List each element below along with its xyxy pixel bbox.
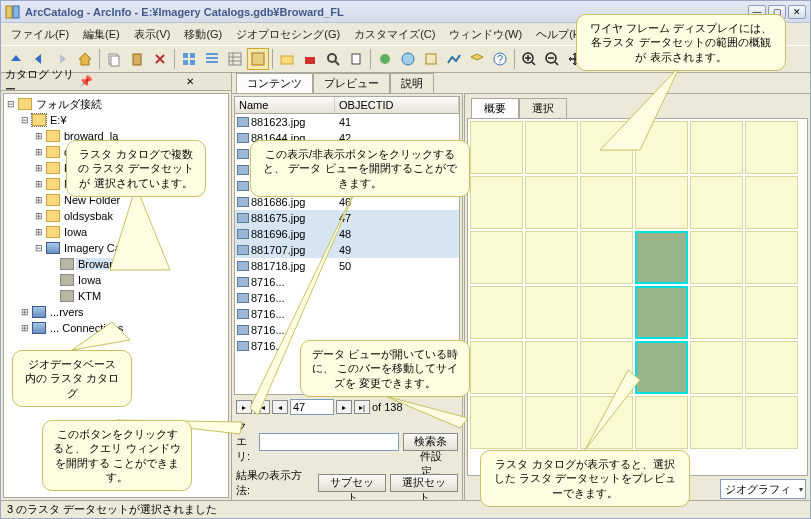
- table-row[interactable]: 881718.jpg50: [235, 258, 459, 274]
- raster-icon: [237, 197, 249, 207]
- tree-node[interactable]: フォルダ接続: [34, 97, 104, 112]
- svg-rect-7: [183, 60, 188, 65]
- pin-icon[interactable]: 📌: [79, 75, 153, 88]
- subtab-select[interactable]: 選択: [519, 98, 567, 118]
- wireframe-tile: [635, 341, 688, 394]
- scene-icon[interactable]: [443, 48, 465, 70]
- col-objectid[interactable]: OBJECTID: [335, 97, 459, 113]
- record-count: of 138: [372, 401, 403, 413]
- copy-icon[interactable]: [103, 48, 125, 70]
- tree-node[interactable]: Iowa: [62, 226, 89, 238]
- preview-column: 概要 選択 ジオグラフィ: [465, 93, 810, 500]
- list-icon[interactable]: [201, 48, 223, 70]
- tree-node[interactable]: ...rvers: [48, 306, 86, 318]
- wireframe-tile: [580, 341, 633, 394]
- model-icon[interactable]: [374, 48, 396, 70]
- svg-point-16: [402, 53, 414, 65]
- record-nav: ▸ |◂ ◂ ▸ ▸| of 138: [232, 397, 462, 417]
- paste-icon[interactable]: [126, 48, 148, 70]
- content-tabs: コンテンツ プレビュー 説明: [232, 73, 810, 93]
- first-record-icon[interactable]: |◂: [254, 400, 270, 414]
- toggle-view-icon[interactable]: ▸: [236, 400, 252, 414]
- wireframe-tile: [470, 286, 523, 339]
- selectset-button[interactable]: 選択セット: [390, 474, 458, 492]
- last-record-icon[interactable]: ▸|: [354, 400, 370, 414]
- wireframe-tile: [745, 286, 798, 339]
- table-row[interactable]: 8716...: [235, 322, 459, 338]
- menu-window[interactable]: ウィンドウ(W): [443, 25, 528, 44]
- svg-rect-10: [252, 53, 264, 65]
- next-record-icon[interactable]: ▸: [336, 400, 352, 414]
- table-row[interactable]: 8716...: [235, 290, 459, 306]
- wireframe-tile: [690, 396, 743, 449]
- raster-icon: [237, 261, 249, 271]
- delete-icon[interactable]: [149, 48, 171, 70]
- search-settings-button[interactable]: 検索条件設定...: [403, 433, 458, 451]
- wireframe-tile: [470, 341, 523, 394]
- svg-rect-14: [352, 54, 360, 64]
- table-row[interactable]: 881696.jpg48: [235, 226, 459, 242]
- subset-button[interactable]: サブセット: [318, 474, 386, 492]
- close-button[interactable]: ✕: [788, 5, 806, 19]
- layer-icon[interactable]: [466, 48, 488, 70]
- zoom-in-icon[interactable]: [518, 48, 540, 70]
- tree-node[interactable]: oldsysbak: [62, 210, 115, 222]
- svg-rect-3: [111, 56, 119, 66]
- tab-contents[interactable]: コンテンツ: [236, 73, 313, 93]
- table-row[interactable]: 881707.jpg49: [235, 242, 459, 258]
- zoom-out-icon[interactable]: [541, 48, 563, 70]
- raster-icon: [237, 229, 249, 239]
- preview-area[interactable]: [467, 118, 808, 476]
- toolbox-icon[interactable]: [299, 48, 321, 70]
- subtab-overview[interactable]: 概要: [471, 98, 519, 118]
- record-position[interactable]: [290, 399, 334, 415]
- preview-mode-combo[interactable]: ジオグラフィ: [720, 479, 806, 499]
- result-row: 結果の表示方法: サブセット 選択セット: [232, 466, 462, 500]
- menu-file[interactable]: ファイル(F): [5, 25, 75, 44]
- tab-description[interactable]: 説明: [390, 73, 434, 93]
- table-row[interactable]: 8716...: [235, 306, 459, 322]
- map-icon[interactable]: [420, 48, 442, 70]
- table-row[interactable]: 881675.jpg47: [235, 210, 459, 226]
- tree-node[interactable]: E:¥: [48, 114, 69, 126]
- python-icon[interactable]: [345, 48, 367, 70]
- wireframe-tile: [635, 121, 688, 174]
- help-icon[interactable]: ?: [489, 48, 511, 70]
- svg-rect-1: [13, 6, 19, 18]
- connect-folder-icon[interactable]: [276, 48, 298, 70]
- menu-go[interactable]: 移動(G): [178, 25, 228, 44]
- tree-node-broward[interactable]: Broward_FL: [76, 258, 140, 270]
- table-row[interactable]: 881623.jpg41: [235, 114, 459, 130]
- raster-icon: [237, 277, 249, 287]
- details-icon[interactable]: [224, 48, 246, 70]
- callout-6: データ ビューが開いている時に、 このバーを移動してサイズを 変更できます。: [300, 340, 470, 397]
- tree-node[interactable]: Iowa: [76, 274, 103, 286]
- table-row[interactable]: 8716...: [235, 274, 459, 290]
- large-icons-icon[interactable]: [178, 48, 200, 70]
- svg-text:?: ?: [497, 53, 503, 65]
- tree-node[interactable]: KTM: [76, 290, 103, 302]
- menu-view[interactable]: 表示(V): [128, 25, 177, 44]
- globe-icon[interactable]: [397, 48, 419, 70]
- search-icon[interactable]: [322, 48, 344, 70]
- tab-preview[interactable]: プレビュー: [313, 73, 390, 93]
- prev-record-icon[interactable]: ◂: [272, 400, 288, 414]
- query-input[interactable]: [259, 433, 399, 451]
- close-pane-icon[interactable]: ✕: [153, 75, 227, 89]
- wireframe-tile: [580, 286, 633, 339]
- app-icon: [5, 4, 21, 20]
- wireframe-tile: [470, 396, 523, 449]
- tree-node[interactable]: Imagery Catalogs: [62, 242, 152, 254]
- statusbar: 3 のラスタ データセットが選択されました: [1, 500, 810, 518]
- tree-node[interactable]: ... Connections: [48, 322, 125, 334]
- wireframe-tile: [745, 396, 798, 449]
- svg-point-13: [328, 54, 336, 62]
- svg-rect-4: [133, 54, 141, 65]
- thumbnails-icon[interactable]: [247, 48, 269, 70]
- list-header: Name OBJECTID: [235, 97, 459, 114]
- menu-geoprocessing[interactable]: ジオプロセシング(G): [230, 25, 346, 44]
- raster-icon: [237, 245, 249, 255]
- col-name[interactable]: Name: [235, 97, 335, 113]
- menu-edit[interactable]: 編集(E): [77, 25, 126, 44]
- menu-customize[interactable]: カスタマイズ(C): [348, 25, 441, 44]
